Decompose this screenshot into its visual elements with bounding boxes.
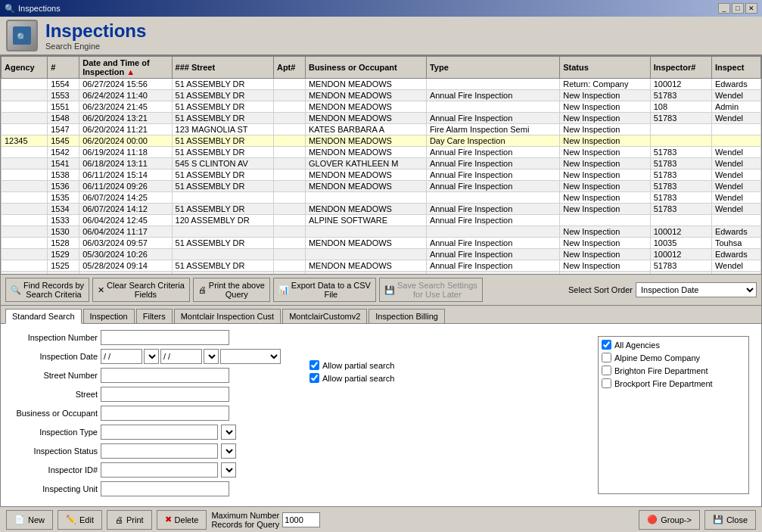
tab-filters[interactable]: Filters xyxy=(136,309,173,323)
col-datetime: Date and Time ofInspection ▲ xyxy=(79,57,172,79)
search-icon: 🔍 xyxy=(11,285,21,295)
group-button[interactable]: 🔴 Group-> xyxy=(639,510,700,530)
street-number-input[interactable] xyxy=(101,368,229,383)
table-row[interactable]: 154206/19/2024 11:1851 ASSEMBLY DRMENDON… xyxy=(2,147,761,158)
tab-montclair-inspection-cust[interactable]: Montclair Inspection Cust xyxy=(174,309,281,323)
inspections-table: Agency # Date and Time ofInspection ▲ ##… xyxy=(1,56,761,275)
inspector-id-dropdown[interactable]: ▼ xyxy=(221,462,236,478)
inspection-type-input[interactable] xyxy=(101,425,218,440)
table-row[interactable]: 153606/11/2024 09:2651 ASSEMBLY DRMENDON… xyxy=(2,181,761,192)
tabs: Standard SearchInspectionFiltersMontclai… xyxy=(1,306,761,324)
clear-search-button[interactable]: ✕ Clear Search Criteria Fields xyxy=(92,278,190,302)
maximize-button[interactable]: □ xyxy=(732,3,744,14)
form-left: Inspection Number Inspection Date ▼ ▼ St… xyxy=(7,330,294,500)
table-row[interactable]: 153306/04/2024 12:45120 ASSEMBLY DRALPIN… xyxy=(2,215,761,226)
inspecting-unit-label: Inspecting Unit xyxy=(7,484,98,493)
inspection-date-from-input[interactable] xyxy=(101,349,142,364)
table-row[interactable]: 153806/11/2024 15:1451 ASSEMBLY DRMENDON… xyxy=(2,170,761,181)
close-button[interactable]: 💾 Close xyxy=(704,510,756,530)
app-title: Inspections xyxy=(45,20,146,42)
group-icon: 🔴 xyxy=(647,515,658,524)
inspection-status-label: Inspection Status xyxy=(7,446,98,456)
new-button[interactable]: 📄 New xyxy=(6,510,53,530)
table-row[interactable]: 153506/07/2024 14:25New Inspection51783W… xyxy=(2,192,761,204)
table-row[interactable]: 155406/27/2024 15:5651 ASSEMBLY DRMENDON… xyxy=(2,79,761,90)
tab-inspection[interactable]: Inspection xyxy=(83,309,135,323)
form-area: Inspection Number Inspection Date ▼ ▼ St… xyxy=(1,324,761,506)
export-icon: 📊 xyxy=(278,285,289,295)
sort-select[interactable]: Inspection DateInspectorStatusBusiness N… xyxy=(636,282,757,297)
street-input[interactable] xyxy=(101,387,229,402)
inspecting-unit-input[interactable] xyxy=(101,481,229,496)
agency-checkbox[interactable] xyxy=(602,366,611,375)
table-row[interactable]: 12345154506/20/2024 00:0051 ASSEMBLY DRM… xyxy=(2,135,761,147)
search-panel: Standard SearchInspectionFiltersMontclai… xyxy=(0,306,762,506)
inspection-type-label: Inspection Type xyxy=(7,428,98,437)
col-inspector: Inspector# xyxy=(650,57,711,79)
col-inspect: Inspect xyxy=(711,57,760,79)
bottom-bar: 📄 New ✏️ Edit 🖨 Print ✖ Delete Maximum N… xyxy=(0,506,762,532)
agency-checkbox[interactable] xyxy=(602,340,611,350)
table-row[interactable]: 154106/18/2024 13:11545 S CLINTON AVGLOV… xyxy=(2,158,761,170)
sort-label: Select Sort Order xyxy=(568,285,633,294)
inspection-status-input[interactable] xyxy=(101,443,218,459)
app-subtitle: Search Engine xyxy=(45,42,146,51)
allow-partial-search-2[interactable] xyxy=(309,373,319,383)
business-input[interactable] xyxy=(101,406,229,421)
street-number-label: Street Number xyxy=(7,371,98,380)
max-records-input[interactable] xyxy=(282,512,320,527)
col-type: Type xyxy=(426,57,559,79)
find-records-button[interactable]: 🔍 Find Records by Search Criteria xyxy=(5,278,89,302)
agency-label: Alpine Demo Company xyxy=(614,353,700,362)
table-row[interactable]: 153406/07/2024 14:1251 ASSEMBLY DRMENDON… xyxy=(2,204,761,215)
agency-item: Brockport Fire Department xyxy=(602,378,745,388)
col-street: ### Street xyxy=(172,57,273,79)
save-icon: 💾 xyxy=(384,285,395,295)
svg-text:🔍: 🔍 xyxy=(17,32,27,42)
title-bar-text: Inspections xyxy=(18,4,61,13)
tab-inspection-billing[interactable]: Inspection Billing xyxy=(369,309,445,323)
print-button[interactable]: 🖨 Print xyxy=(107,510,152,530)
print-query-button[interactable]: 🖨 Print the above Query xyxy=(193,278,270,302)
table-row[interactable]: 152806/03/2024 09:5751 ASSEMBLY DRMENDON… xyxy=(2,238,761,249)
allow-partial-search-1[interactable] xyxy=(309,360,319,370)
form-right: Allow partial search Allow partial searc… xyxy=(302,330,590,500)
edit-button[interactable]: ✏️ Edit xyxy=(58,510,102,530)
minimize-button[interactable]: _ xyxy=(718,3,730,14)
agency-label: Brockport Fire Department xyxy=(614,379,713,388)
allow-partial-label-2: Allow partial search xyxy=(322,374,394,383)
tab-standard-search[interactable]: Standard Search xyxy=(5,309,82,324)
table-row[interactable]: 153006/04/2024 11:17New Inspection100012… xyxy=(2,226,761,238)
inspection-date-to-input[interactable] xyxy=(160,349,202,364)
clear-icon: ✕ xyxy=(98,285,104,295)
inspection-date-label: Inspection Date xyxy=(7,352,98,361)
date-from-dropdown[interactable]: ▼ xyxy=(144,349,159,364)
inspection-status-dropdown[interactable]: ▼ xyxy=(221,443,236,459)
delete-button[interactable]: ✖ Delete xyxy=(157,510,207,530)
table-row[interactable]: 154806/20/2024 13:2151 ASSEMBLY DRMENDON… xyxy=(2,113,761,124)
inspector-id-input[interactable] xyxy=(101,462,218,478)
inspection-type-dropdown[interactable]: ▼ xyxy=(221,425,236,440)
agency-checkbox[interactable] xyxy=(602,353,611,362)
tab-montclaircustomv2[interactable]: MontclairCustomv2 xyxy=(282,309,367,323)
table-container: Agency # Date and Time ofInspection ▲ ##… xyxy=(0,55,762,275)
table-row[interactable]: 155106/23/2024 21:4551 ASSEMBLY DRMENDON… xyxy=(2,101,761,113)
export-csv-button[interactable]: 📊 Export Data to a CSV File xyxy=(273,278,376,302)
edit-icon: ✏️ xyxy=(66,515,76,524)
app-icon: 🔍 xyxy=(6,20,38,51)
save-settings-button[interactable]: 💾 Save Search Settings for Use Later xyxy=(379,278,483,302)
agency-checkbox[interactable] xyxy=(602,378,611,388)
agency-item: All Agencies xyxy=(602,340,745,350)
table-row[interactable]: 152905/30/2024 10:26Annual Fire Inspecti… xyxy=(2,249,761,260)
table-row[interactable]: 155306/24/2024 11:4051 ASSEMBLY DRMENDON… xyxy=(2,90,761,101)
agency-label: Brighton Fire Department xyxy=(614,366,708,375)
date-to-dropdown[interactable]: ▼ xyxy=(204,349,219,364)
col-status: Status xyxy=(560,57,651,79)
table-row[interactable]: 152505/28/2024 09:1451 ASSEMBLY DRMENDON… xyxy=(2,260,761,272)
close-window-button[interactable]: ✕ xyxy=(745,3,757,14)
printer-icon: 🖨 xyxy=(198,285,207,294)
table-row[interactable]: 154706/20/2024 11:21123 MAGNOLIA STKATES… xyxy=(2,124,761,135)
inspection-number-input[interactable] xyxy=(101,330,229,345)
business-label: Business or Occupant xyxy=(7,409,98,418)
date-filter-select[interactable] xyxy=(220,349,281,364)
